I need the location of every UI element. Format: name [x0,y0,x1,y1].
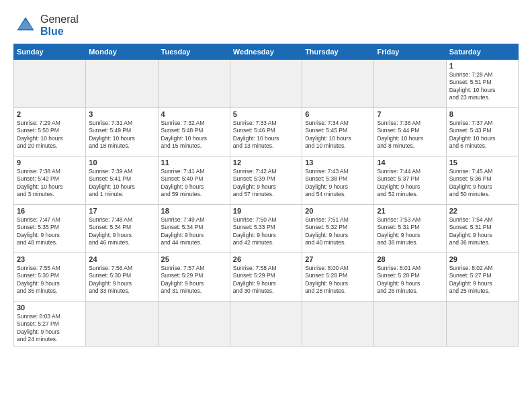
calendar-row: 1Sunrise: 7:28 AM Sunset: 5:51 PM Daylig… [14,59,519,107]
day-info: Sunrise: 7:28 AM Sunset: 5:51 PM Dayligh… [449,71,515,102]
day-number: 8 [449,110,515,118]
day-number: 11 [161,158,227,167]
day-number: 26 [233,255,299,263]
table-cell [14,59,86,107]
day-info: Sunrise: 7:33 AM Sunset: 5:46 PM Dayligh… [233,120,299,150]
header: General Blue [13,11,519,38]
day-number: 7 [377,110,443,118]
day-info: Sunrise: 7:45 AM Sunset: 5:36 PM Dayligh… [449,168,515,199]
day-info: Sunrise: 7:38 AM Sunset: 5:42 PM Dayligh… [17,168,83,199]
header-wednesday: Wednesday [230,44,302,59]
day-number: 24 [89,255,154,263]
table-cell: 25Sunrise: 7:57 AM Sunset: 5:29 PM Dayli… [158,253,230,301]
day-info: Sunrise: 7:51 AM Sunset: 5:32 PM Dayligh… [305,216,371,247]
day-number: 29 [449,255,515,263]
day-info: Sunrise: 7:55 AM Sunset: 5:30 PM Dayligh… [17,265,83,295]
table-cell: 13Sunrise: 7:43 AM Sunset: 5:38 PM Dayli… [302,156,374,204]
day-number: 4 [161,110,227,118]
table-cell: 18Sunrise: 7:49 AM Sunset: 5:34 PM Dayli… [158,204,230,253]
day-number: 23 [17,255,83,263]
day-number: 14 [377,158,443,167]
header-tuesday: Tuesday [158,44,230,59]
day-info: Sunrise: 7:29 AM Sunset: 5:50 PM Dayligh… [17,120,83,150]
logo-icon [13,13,38,38]
table-cell: 28Sunrise: 8:01 AM Sunset: 5:28 PM Dayli… [374,253,446,301]
table-cell: 5Sunrise: 7:33 AM Sunset: 5:46 PM Daylig… [230,107,302,156]
table-cell: 7Sunrise: 7:36 AM Sunset: 5:44 PM Daylig… [374,107,446,156]
header-friday: Friday [374,44,446,59]
day-info: Sunrise: 8:00 AM Sunset: 5:28 PM Dayligh… [305,265,371,295]
table-cell: 20Sunrise: 7:51 AM Sunset: 5:32 PM Dayli… [302,204,374,253]
table-cell: 11Sunrise: 7:41 AM Sunset: 5:40 PM Dayli… [158,156,230,204]
day-number: 5 [233,110,299,118]
day-number: 27 [305,255,371,263]
calendar-row: 30Sunrise: 8:03 AM Sunset: 5:27 PM Dayli… [14,301,519,346]
table-cell: 19Sunrise: 7:50 AM Sunset: 5:33 PM Dayli… [230,204,302,253]
table-cell [158,59,230,107]
day-info: Sunrise: 7:36 AM Sunset: 5:44 PM Dayligh… [377,120,443,150]
logo-text: General Blue [40,13,79,38]
day-info: Sunrise: 8:02 AM Sunset: 5:27 PM Dayligh… [449,265,515,295]
table-cell: 15Sunrise: 7:45 AM Sunset: 5:36 PM Dayli… [446,156,518,204]
header-sunday: Sunday [14,44,86,59]
table-cell [158,301,230,346]
day-info: Sunrise: 7:41 AM Sunset: 5:40 PM Dayligh… [161,168,227,199]
day-info: Sunrise: 7:44 AM Sunset: 5:37 PM Dayligh… [377,168,443,199]
table-cell [374,301,446,346]
day-number: 18 [161,207,227,215]
day-number: 3 [89,110,154,118]
day-info: Sunrise: 7:57 AM Sunset: 5:29 PM Dayligh… [161,265,227,295]
table-cell: 6Sunrise: 7:34 AM Sunset: 5:45 PM Daylig… [302,107,374,156]
day-info: Sunrise: 7:32 AM Sunset: 5:48 PM Dayligh… [161,120,227,150]
day-info: Sunrise: 7:47 AM Sunset: 5:35 PM Dayligh… [17,216,83,247]
day-number: 10 [89,158,154,167]
calendar-row: 2Sunrise: 7:29 AM Sunset: 5:50 PM Daylig… [14,107,519,156]
day-number: 9 [17,158,83,167]
day-number: 17 [89,207,154,215]
calendar-table: Sunday Monday Tuesday Wednesday Thursday… [13,44,519,347]
day-info: Sunrise: 7:37 AM Sunset: 5:43 PM Dayligh… [449,120,515,150]
day-number: 1 [449,62,515,70]
table-cell: 24Sunrise: 7:56 AM Sunset: 5:30 PM Dayli… [86,253,158,301]
day-info: Sunrise: 7:54 AM Sunset: 5:31 PM Dayligh… [449,216,515,247]
day-info: Sunrise: 7:49 AM Sunset: 5:34 PM Dayligh… [161,216,227,247]
table-cell: 21Sunrise: 7:53 AM Sunset: 5:31 PM Dayli… [374,204,446,253]
header-row: Sunday Monday Tuesday Wednesday Thursday… [14,44,519,59]
table-cell [230,301,302,346]
table-cell: 9Sunrise: 7:38 AM Sunset: 5:42 PM Daylig… [14,156,86,204]
calendar-row: 16Sunrise: 7:47 AM Sunset: 5:35 PM Dayli… [14,204,519,253]
day-number: 21 [377,207,443,215]
day-info: Sunrise: 7:56 AM Sunset: 5:30 PM Dayligh… [89,265,154,295]
day-info: Sunrise: 7:39 AM Sunset: 5:41 PM Dayligh… [89,168,154,199]
table-cell: 29Sunrise: 8:02 AM Sunset: 5:27 PM Dayli… [446,253,518,301]
table-cell: 27Sunrise: 8:00 AM Sunset: 5:28 PM Dayli… [302,253,374,301]
logo: General Blue [13,13,79,38]
day-number: 19 [233,207,299,215]
table-cell [374,59,446,107]
table-cell: 22Sunrise: 7:54 AM Sunset: 5:31 PM Dayli… [446,204,518,253]
day-number: 20 [305,207,371,215]
header-thursday: Thursday [302,44,374,59]
table-cell: 8Sunrise: 7:37 AM Sunset: 5:43 PM Daylig… [446,107,518,156]
day-info: Sunrise: 7:48 AM Sunset: 5:34 PM Dayligh… [89,216,154,247]
svg-marker-1 [18,19,33,29]
day-number: 30 [17,304,83,312]
calendar-row: 9Sunrise: 7:38 AM Sunset: 5:42 PM Daylig… [14,156,519,204]
table-cell: 12Sunrise: 7:42 AM Sunset: 5:39 PM Dayli… [230,156,302,204]
table-cell: 16Sunrise: 7:47 AM Sunset: 5:35 PM Dayli… [14,204,86,253]
day-number: 13 [305,158,371,167]
table-cell: 4Sunrise: 7:32 AM Sunset: 5:48 PM Daylig… [158,107,230,156]
table-cell [302,301,374,346]
table-cell: 17Sunrise: 7:48 AM Sunset: 5:34 PM Dayli… [86,204,158,253]
day-info: Sunrise: 7:42 AM Sunset: 5:39 PM Dayligh… [233,168,299,199]
table-cell [446,301,518,346]
table-cell [230,59,302,107]
table-cell: 3Sunrise: 7:31 AM Sunset: 5:49 PM Daylig… [86,107,158,156]
table-cell [86,301,158,346]
day-info: Sunrise: 7:58 AM Sunset: 5:29 PM Dayligh… [233,265,299,295]
day-number: 2 [17,110,83,118]
day-number: 25 [161,255,227,263]
table-cell: 14Sunrise: 7:44 AM Sunset: 5:37 PM Dayli… [374,156,446,204]
day-info: Sunrise: 7:43 AM Sunset: 5:38 PM Dayligh… [305,168,371,199]
day-info: Sunrise: 8:01 AM Sunset: 5:28 PM Dayligh… [377,265,443,295]
